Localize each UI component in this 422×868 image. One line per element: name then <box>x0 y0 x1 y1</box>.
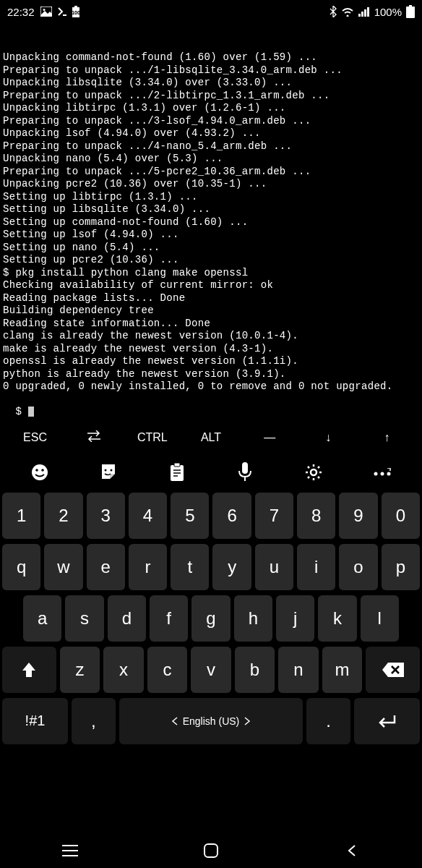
number-row: 1234567890 <box>2 493 420 539</box>
up-arrow-key[interactable]: ↑ <box>358 431 416 444</box>
battery-small-icon: 100 <box>72 6 79 17</box>
space-key[interactable]: English (US) <box>119 698 303 744</box>
shift-key[interactable] <box>2 647 56 693</box>
terminal-line: 0 upgraded, 0 newly installed, 0 to remo… <box>3 380 419 393</box>
swap-key[interactable] <box>64 430 123 445</box>
clipboard-button[interactable] <box>142 463 211 482</box>
terminal-line: Unpacking nano (5.4) over (5.3) ... <box>3 153 419 166</box>
key-j[interactable]: j <box>276 595 314 642</box>
voice-button[interactable] <box>211 462 280 482</box>
terminal-line: Reading state information... Done <box>3 318 419 331</box>
svg-point-1 <box>43 9 45 11</box>
svg-rect-8 <box>364 9 366 17</box>
terminal-line: Reading package lists... Done <box>3 292 419 305</box>
key-2[interactable]: 2 <box>44 493 82 539</box>
status-left: 22:32 100 <box>7 6 79 18</box>
key-s[interactable]: s <box>65 595 103 642</box>
more-button[interactable] <box>348 468 416 477</box>
svg-point-26 <box>380 472 384 475</box>
enter-key[interactable] <box>354 698 420 744</box>
key-9[interactable]: 9 <box>339 493 377 539</box>
key-i[interactable]: i <box>297 544 335 590</box>
key-g[interactable]: g <box>191 595 230 642</box>
terminal-line: clang is already the newest version (10.… <box>3 330 419 343</box>
recents-button[interactable] <box>48 844 92 857</box>
svg-rect-7 <box>361 12 363 17</box>
key-0[interactable]: 0 <box>382 493 420 539</box>
terminal-line: Preparing to unpack .../5-pcre2_10.36_ar… <box>3 166 419 179</box>
dot-key[interactable]: . <box>306 698 350 744</box>
backspace-key[interactable] <box>366 647 420 693</box>
sticker-button[interactable] <box>74 463 143 482</box>
key-6[interactable]: 6 <box>212 493 251 539</box>
svg-rect-22 <box>242 462 248 474</box>
key-u[interactable]: u <box>255 544 293 590</box>
svg-rect-11 <box>406 7 415 18</box>
qwerty-row-2: asdfghjkl <box>2 595 420 642</box>
key-p[interactable]: p <box>382 544 420 590</box>
key-3[interactable]: 3 <box>87 493 125 539</box>
terminal-line: Preparing to unpack .../4-nano_5.4_arm.d… <box>3 140 419 153</box>
key-c[interactable]: c <box>147 647 187 693</box>
key-h[interactable]: h <box>234 595 272 642</box>
terminal-line: Setting up libsqlite (3.34.0) ... <box>3 203 419 216</box>
ctrl-key[interactable]: CTRL <box>123 431 181 444</box>
key-y[interactable]: y <box>212 544 251 590</box>
key-v[interactable]: v <box>191 647 231 693</box>
settings-button[interactable] <box>280 463 348 482</box>
key-w[interactable]: w <box>44 544 82 590</box>
terminal-line: Setting up libtirpc (1.3.1) ... <box>3 191 419 204</box>
svg-rect-6 <box>358 14 361 17</box>
key-z[interactable]: z <box>60 647 100 693</box>
qwerty-row-1: qwertyuiop <box>2 544 420 590</box>
cursor <box>28 407 34 417</box>
key-1[interactable]: 1 <box>2 493 40 539</box>
battery-icon <box>406 5 415 18</box>
key-4[interactable]: 4 <box>129 493 167 539</box>
svg-point-13 <box>36 469 39 472</box>
key-x[interactable]: x <box>103 647 143 693</box>
key-o[interactable]: o <box>339 544 377 590</box>
battery-pct: 100% <box>374 6 402 18</box>
key-m[interactable]: m <box>322 647 362 693</box>
key-7[interactable]: 7 <box>255 493 293 539</box>
comma-key[interactable]: , <box>72 698 116 744</box>
esc-key[interactable]: ESC <box>6 431 64 444</box>
key-b[interactable]: b <box>235 647 275 693</box>
svg-rect-10 <box>409 5 412 7</box>
key-l[interactable]: l <box>361 595 399 642</box>
key-t[interactable]: t <box>171 544 209 590</box>
terminal-line: Preparing to unpack .../1-libsqlite_3.34… <box>3 64 419 77</box>
bluetooth-icon <box>330 6 337 17</box>
svg-point-27 <box>387 472 390 475</box>
terminal-line: Setting up pcre2 (10.36) ... <box>3 254 419 267</box>
alt-key[interactable]: ALT <box>181 431 240 444</box>
emoji-button[interactable] <box>6 463 74 482</box>
key-8[interactable]: 8 <box>297 493 335 539</box>
terminal-line: Setting up nano (5.4) ... <box>3 242 419 255</box>
home-button[interactable] <box>189 843 233 859</box>
prompt: $ <box>15 406 27 417</box>
terminal-line: Setting up command-not-found (1.60) ... <box>3 216 419 229</box>
key-d[interactable]: d <box>108 595 146 642</box>
svg-point-24 <box>311 469 316 475</box>
terminal-output[interactable]: Unpacking command-not-found (1.60) over … <box>0 23 422 422</box>
back-button[interactable] <box>330 844 374 857</box>
key-k[interactable]: k <box>318 595 356 642</box>
key-e[interactable]: e <box>87 544 125 590</box>
svg-point-12 <box>32 464 48 480</box>
symbols-key[interactable]: !#1 <box>2 698 68 744</box>
key-q[interactable]: q <box>2 544 40 590</box>
key-n[interactable]: n <box>278 647 318 693</box>
terminal-line: Checking availability of current mirror:… <box>3 279 419 292</box>
terminal-line: Preparing to unpack .../2-libtirpc_1.3.1… <box>3 90 419 103</box>
terminal-line: Unpacking libtirpc (1.3.1) over (1.2.6-1… <box>3 102 419 115</box>
terminal-line: python is already the newest version (3.… <box>3 368 419 381</box>
key-5[interactable]: 5 <box>171 493 209 539</box>
key-a[interactable]: a <box>23 595 61 642</box>
down-arrow-key[interactable]: ↓ <box>299 431 358 444</box>
wifi-icon <box>341 7 354 17</box>
key-r[interactable]: r <box>129 544 167 590</box>
dash-key[interactable]: — <box>241 431 299 444</box>
key-f[interactable]: f <box>150 595 188 642</box>
